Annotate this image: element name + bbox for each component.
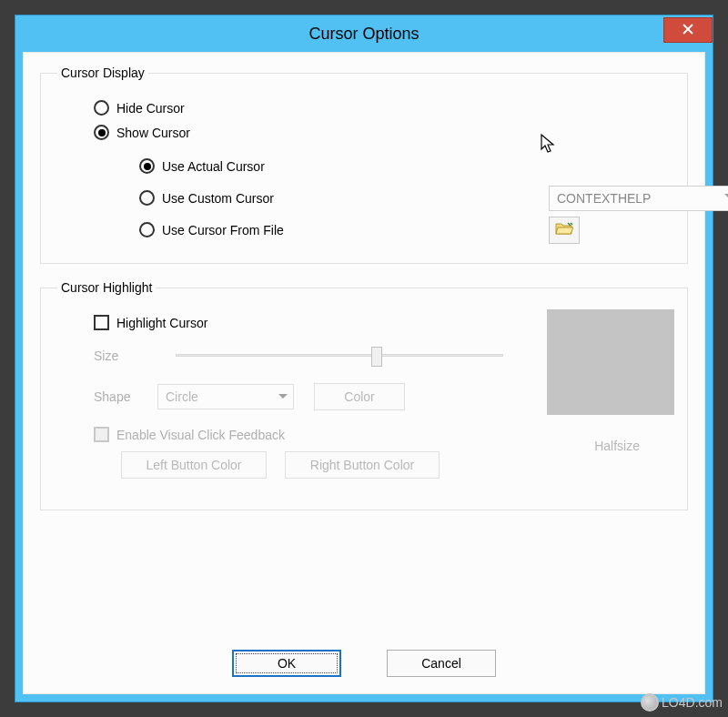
dialog-window: Cursor Options Cursor Display Hide Curso… [15, 15, 713, 702]
cursor-highlight-group: Cursor Highlight Highlight Cursor Size S… [40, 280, 688, 510]
slider-track [176, 354, 503, 357]
show-cursor-label: Show Cursor [116, 126, 190, 140]
highlight-cursor-label: Highlight Cursor [116, 316, 207, 330]
client-area: Cursor Display Hide Cursor Show Cursor U… [23, 52, 705, 694]
use-actual-cursor-radio[interactable] [139, 158, 155, 174]
folder-open-icon [555, 221, 573, 238]
cursor-display-legend: Cursor Display [57, 66, 148, 80]
titlebar: Cursor Options [15, 15, 713, 52]
right-button-color-button[interactable]: Right Button Color [285, 451, 440, 479]
cursor-display-group: Cursor Display Hide Cursor Show Cursor U… [40, 66, 688, 264]
chevron-down-icon [278, 394, 288, 399]
browse-file-button[interactable] [549, 217, 580, 244]
color-button[interactable]: Color [314, 383, 405, 410]
custom-cursor-value: CONTEXTHELP [557, 191, 651, 206]
globe-icon [641, 693, 659, 712]
hide-cursor-label: Hide Cursor [116, 101, 185, 116]
cursor-highlight-legend: Cursor Highlight [57, 280, 156, 295]
watermark: LO4D.com [641, 693, 723, 712]
highlight-preview [547, 309, 674, 415]
use-custom-cursor-radio[interactable] [139, 190, 155, 206]
halfsize-label: Halfsize [594, 439, 640, 453]
cancel-button[interactable]: Cancel [387, 650, 496, 677]
use-custom-cursor-label: Use Custom Cursor [162, 191, 274, 206]
close-button[interactable] [663, 17, 713, 43]
hide-cursor-radio[interactable] [94, 100, 109, 116]
use-actual-cursor-label: Use Actual Cursor [162, 159, 265, 174]
size-label: Size [94, 348, 157, 363]
shape-label: Shape [94, 389, 157, 404]
use-cursor-from-file-radio[interactable] [139, 222, 155, 237]
show-cursor-radio[interactable] [94, 125, 109, 140]
enable-vcf-checkbox[interactable] [94, 427, 109, 442]
window-title: Cursor Options [308, 25, 419, 44]
highlight-cursor-checkbox[interactable] [94, 315, 109, 330]
shape-value: Circle [166, 389, 198, 404]
size-slider[interactable] [176, 345, 503, 367]
slider-thumb[interactable] [371, 347, 382, 367]
shape-dropdown[interactable]: Circle [157, 384, 294, 409]
left-button-color-button[interactable]: Left Button Color [121, 451, 267, 479]
custom-cursor-dropdown[interactable]: CONTEXTHELP [549, 186, 728, 211]
use-cursor-from-file-label: Use Cursor From File [162, 223, 284, 237]
dialog-buttons: OK Cancel [40, 650, 688, 677]
close-icon [682, 24, 693, 37]
ok-button[interactable]: OK [232, 650, 341, 677]
enable-vcf-label: Enable Visual Click Feedback [116, 428, 285, 442]
chevron-down-icon [724, 194, 728, 198]
